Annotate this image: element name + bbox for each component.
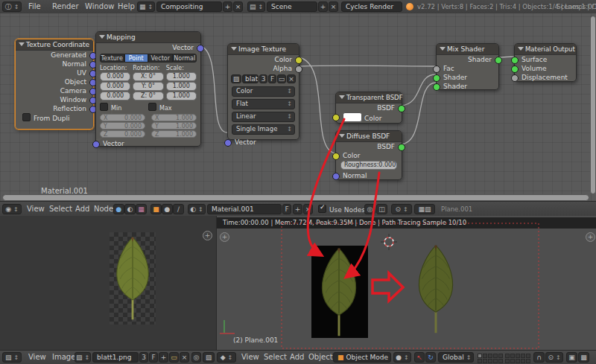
snap-element-select[interactable]: ⊙↕	[545, 352, 563, 363]
collapse-icon[interactable]	[440, 47, 446, 51]
mode-select[interactable]: ■ Object Mode↕	[333, 352, 391, 363]
image-name-field[interactable]: blat	[242, 74, 259, 83]
editor-type-image-button[interactable]: ▨↕	[2, 352, 22, 363]
slot-cube-icon[interactable]: ■	[150, 204, 162, 214]
editor-type-3dview-button[interactable]: ◆↕	[217, 352, 236, 363]
layers-widget[interactable]	[478, 354, 530, 363]
location-x-field[interactable]: 0.000	[100, 72, 130, 81]
rotation-y-field[interactable]: Y: 0°	[133, 82, 163, 91]
location-y-field[interactable]: 0.000	[100, 82, 130, 91]
node-editor-vscroll-bar[interactable]	[590, 16, 596, 194]
material-browse-icon[interactable]: ◐↕	[188, 204, 206, 214]
material-name-field[interactable]: Material.001	[207, 204, 282, 214]
material-unlink-button[interactable]: ×	[303, 204, 313, 214]
socket-normal-in[interactable]	[332, 173, 340, 180]
render-engine-select[interactable]: Cycles Render	[341, 1, 402, 12]
slot-sphere-icon[interactable]: ●	[162, 204, 173, 214]
transform-orientation-select[interactable]: Global↕	[438, 352, 474, 363]
socket-vector-in[interactable]	[92, 141, 100, 148]
node-mix-shader[interactable]: Mix Shader Shader Fac Shader Shader	[436, 43, 499, 90]
pin-icon[interactable]: ◎	[364, 204, 375, 214]
collapse-icon[interactable]	[339, 95, 345, 99]
scene-add-button[interactable]: +	[318, 1, 328, 12]
render-image-icon[interactable]: ▣	[566, 352, 577, 363]
image-editor-view[interactable]: +	[0, 216, 216, 350]
shader-type-world-icon[interactable]: ◐	[124, 204, 136, 214]
layout-close-button[interactable]: ×	[233, 1, 243, 12]
socket-color-in[interactable]	[332, 153, 340, 160]
node-header[interactable]: Texture Coordinate	[16, 39, 93, 51]
editor-type-node-button[interactable]: ◉↕	[2, 204, 22, 214]
socket-fac-in[interactable]	[433, 66, 440, 73]
collapse-icon[interactable]	[99, 35, 105, 39]
snap-mode-select[interactable]: ⊙↕	[391, 204, 412, 214]
socket-alpha-out[interactable]	[295, 66, 302, 73]
render-ops-icon[interactable]: ▩	[578, 352, 589, 363]
type-normal-button[interactable]: Normal	[173, 54, 197, 63]
type-texture-button[interactable]: Texture	[100, 54, 124, 63]
menu-file[interactable]: File	[24, 0, 45, 13]
use-nodes-toggle[interactable]: Use Nodes	[318, 205, 365, 214]
node-material-output[interactable]: Material Output Surface Volume Displacem…	[514, 43, 577, 82]
rotation-x-field[interactable]: X: 0°	[133, 72, 163, 81]
node-header[interactable]: Diffuse BSDF	[336, 131, 402, 142]
projection-select[interactable]: Flat	[232, 99, 295, 109]
location-z-field[interactable]: 0.000	[100, 92, 130, 100]
socket-displacement-in[interactable]	[511, 74, 519, 82]
node-diffuse-bsdf[interactable]: Diffuse BSDF BSDF Color Roughness:0.000 …	[335, 130, 402, 180]
min-toggle[interactable]: Min	[100, 103, 148, 112]
fake-user-button[interactable]: F	[268, 74, 276, 83]
socket-volume-in[interactable]	[511, 66, 519, 73]
node-editor-hscroll-track[interactable]	[2, 194, 588, 199]
socket-vector-in[interactable]	[224, 139, 232, 147]
viewport-3d-rendered[interactable]: Time:00:00.00 | Mem:7.72M, Peak:9.35M | …	[216, 216, 596, 350]
socket-color-in[interactable]	[332, 114, 340, 121]
menu-help[interactable]: Help	[113, 0, 139, 13]
min-checkbox[interactable]	[100, 103, 108, 111]
image-browse-icon[interactable]: ▨↕	[74, 352, 91, 363]
scale-y-field[interactable]: 1.000	[166, 82, 197, 91]
shader-type-object-icon[interactable]: ●	[113, 204, 124, 214]
socket-surface-in[interactable]	[511, 57, 519, 64]
image-unlink-button[interactable]: ×	[180, 352, 189, 363]
roughness-slider[interactable]: Roughness:0.000	[340, 161, 397, 170]
node-texture-coordinate[interactable]: Texture Coordinate Generated Normal UV O…	[15, 39, 94, 130]
scene-close-button[interactable]: ×	[329, 1, 338, 12]
material-add-button[interactable]: +	[293, 204, 302, 214]
collapse-icon[interactable]	[231, 47, 237, 51]
open-image-icon[interactable]: ▭	[277, 74, 286, 83]
scale-z-field[interactable]: 1.000	[166, 92, 197, 100]
node-header[interactable]: Material Output	[515, 44, 576, 55]
use-nodes-checkbox[interactable]	[318, 205, 326, 213]
node-header[interactable]: Image Texture	[228, 44, 299, 55]
from-dupli-row[interactable]: From Dupli	[16, 113, 93, 122]
max-toggle[interactable]: Max	[148, 103, 197, 112]
from-dupli-checkbox[interactable]	[22, 113, 31, 121]
socket-shader2-in[interactable]	[433, 83, 440, 91]
image-new-button[interactable]: +	[159, 352, 168, 363]
pin-icon[interactable]: ◎	[191, 352, 201, 363]
region-expand-icon[interactable]: +	[586, 232, 595, 242]
node-editor-vscroll-track[interactable]	[590, 16, 595, 193]
snap-node-icon[interactable]: ◫	[376, 204, 387, 214]
render-layer-icons[interactable]: ▦▧	[414, 204, 435, 214]
screen-layout-field[interactable]: Compositing	[156, 1, 222, 12]
region-expand-icon[interactable]: +	[203, 231, 212, 240]
socket-shader-out[interactable]	[495, 57, 502, 64]
menu-view[interactable]: View	[24, 351, 51, 364]
menu-render[interactable]: Render	[48, 0, 83, 13]
node-editor-hscroll-bar[interactable]	[2, 194, 589, 201]
node-mapping[interactable]: Mapping Vector Texture Point Vector Norm…	[95, 31, 201, 147]
type-point-button[interactable]: Point	[124, 54, 149, 63]
unlink-image-icon[interactable]: ×	[287, 74, 296, 83]
image-users-button[interactable]: 3	[259, 74, 267, 83]
socket-shader1-in[interactable]	[433, 74, 440, 82]
layout-add-button[interactable]: +	[223, 1, 232, 12]
shader-type-compositing-icon[interactable]: ▦	[136, 204, 147, 214]
socket-bsdf-out[interactable]	[398, 105, 405, 112]
collapse-icon[interactable]	[339, 134, 345, 138]
node-header[interactable]: Mapping	[96, 32, 200, 43]
color-space-select[interactable]: Color	[232, 86, 295, 97]
manipulator-translate-icon[interactable]: ↖	[414, 352, 425, 363]
source-select[interactable]: Single Image	[232, 124, 295, 135]
